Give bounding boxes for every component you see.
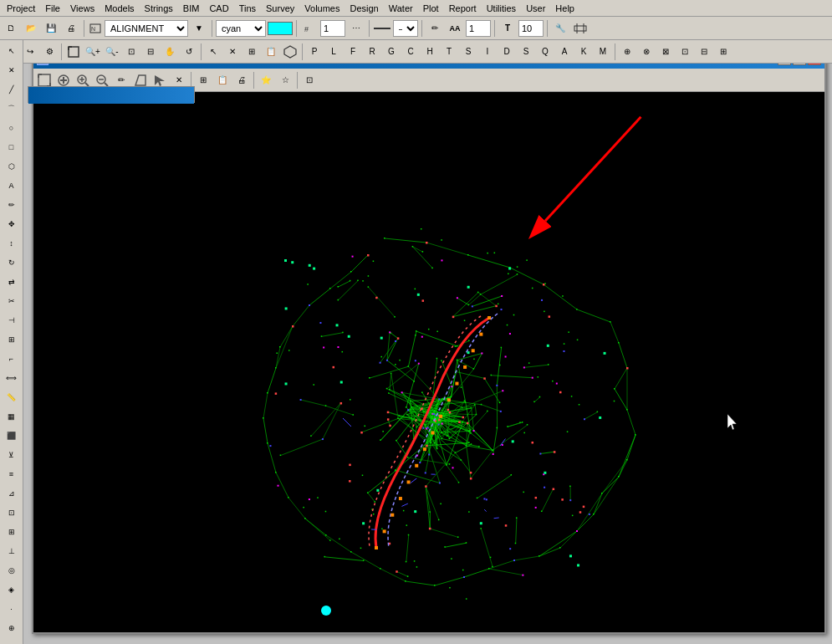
tb-new-btn[interactable]: 🗋 [2,19,20,38]
tb2-paste-btn[interactable]: 📋 [262,43,280,61]
tb-print-btn[interactable]: 🖨 [62,19,80,38]
menu-user[interactable]: User [521,2,550,15]
menu-cad[interactable]: CAD [204,2,233,15]
lt-rotate-btn[interactable]: ↻ [3,253,21,272]
lt-resize-btn[interactable]: ↕ [3,234,21,253]
number-input1[interactable] [320,20,345,37]
menu-bim[interactable]: BIM [178,2,205,15]
menu-help[interactable]: Help [550,2,579,15]
lt-block-btn[interactable]: ⬛ [3,427,21,445]
tb2-snap15-btn[interactable]: K [574,43,593,61]
tb2-3d-btn[interactable] [281,43,299,61]
lt-curve-btn[interactable]: ⌒ [3,100,21,118]
tb-dots-icon[interactable]: ⋯ [347,19,365,38]
lt-text-btn[interactable]: A [3,176,21,195]
color-dropdown[interactable]: cyan [216,20,266,37]
tb-linestyle-btn[interactable] [373,19,391,38]
menu-water[interactable]: Water [384,2,418,15]
lt-line-btn[interactable]: ╱ [3,80,21,99]
lt-circle-btn[interactable]: ○ [3,119,21,137]
tb2-zoom-out-btn[interactable]: 🔍- [103,43,121,61]
menu-plot[interactable]: Plot [418,2,444,15]
tb-tool2-btn[interactable] [571,19,590,38]
tb-open-btn[interactable]: 📂 [22,19,40,38]
tb2-snap7-btn[interactable]: H [421,43,439,61]
tb-save-btn[interactable]: 💾 [42,19,60,38]
menu-report[interactable]: Report [444,2,482,15]
lt-fillet-btn[interactable]: ⌐ [3,350,21,368]
tb2-snap4-btn[interactable]: R [363,43,381,61]
tb2-snap9-btn[interactable]: S [459,43,477,61]
menu-utilities[interactable]: Utilities [482,2,521,15]
lt-arrow-btn[interactable]: ↖ [3,42,21,60]
lt-cross-btn[interactable]: ✕ [3,61,21,79]
it-copy-btn[interactable]: ⊞ [194,71,212,89]
tb2-mode3-btn[interactable]: ⊠ [656,43,675,61]
linestyle-dropdown[interactable]: — [393,20,418,37]
lt-point-btn[interactable]: · [3,600,21,618]
tb2-mode5-btn[interactable]: ⊟ [695,43,713,61]
menu-volumes[interactable]: Volumes [299,2,345,15]
lt-grid-btn[interactable]: ⊞ [3,523,21,541]
lt-measure-btn[interactable]: 📏 [3,388,21,406]
lt-osnap-btn[interactable]: ◎ [3,561,21,580]
text-size-input[interactable] [466,20,491,37]
tb2-snap10-btn[interactable]: I [478,43,497,61]
tb2-settings-btn[interactable]: ⚙ [40,43,59,61]
lt-properties-btn[interactable]: ⊿ [3,484,21,503]
tb2-zoom-win-btn[interactable]: ⊡ [122,43,140,61]
tb2-snap8-btn[interactable]: T [440,43,458,61]
menu-views[interactable]: Views [65,2,100,15]
lt-move-btn[interactable]: ✥ [3,215,21,233]
it-extra-btn[interactable]: ⊡ [300,71,319,89]
tb2-orbit-btn[interactable]: ↺ [180,43,198,61]
tb2-select-btn[interactable]: ↖ [204,43,222,61]
lt-offset-btn[interactable]: ⊞ [3,330,21,349]
tb2-snap2-btn[interactable]: L [324,43,343,61]
tb2-mode4-btn[interactable]: ⊡ [676,43,694,61]
tb2-snap6-btn[interactable]: C [401,43,420,61]
main-canvas[interactable] [33,92,824,632]
lt-extend-btn[interactable]: ⊣ [3,311,21,330]
tb2-delete-btn[interactable]: ✕ [223,43,242,61]
menu-file[interactable]: File [40,2,65,15]
tb2-copy-btn[interactable]: ⊞ [242,43,261,61]
tb2-snap3-btn[interactable]: F [344,43,362,61]
tb2-mode1-btn[interactable]: ⊕ [618,43,636,61]
lt-mirror-btn[interactable]: ⇄ [3,273,21,291]
font-size-input[interactable] [518,20,544,37]
tb-pen-btn[interactable]: ✏ [426,19,444,38]
lt-hatch-btn[interactable]: ▦ [3,407,21,426]
tb2-snap16-btn[interactable]: M [594,43,612,61]
tb2-redo-btn[interactable]: ↪ [21,43,39,61]
tb2-mode2-btn[interactable]: ⊗ [637,43,656,61]
lt-insert-btn[interactable]: ⊻ [3,446,21,464]
tb-tool1-btn[interactable]: 🔧 [551,19,569,38]
it-print-btn[interactable]: 🖨 [232,71,251,89]
lt-layer-btn[interactable]: ≡ [3,465,21,483]
lt-rect-btn[interactable]: □ [3,138,21,156]
menu-models[interactable]: Models [100,2,139,15]
tb2-pan-btn[interactable]: ✋ [161,43,179,61]
lt-dimension-btn[interactable]: ⟺ [3,369,21,387]
lt-poly-btn[interactable]: ⬡ [3,157,21,176]
tb2-zoom-ext-btn[interactable] [64,43,83,61]
it-star-btn[interactable]: ⭐ [257,71,275,89]
tb2-zoom-prev-btn[interactable]: ⊟ [141,43,160,61]
tb-dropdown-arrow[interactable]: ▼ [190,19,208,38]
lt-ortho-btn[interactable]: ⊥ [3,542,21,560]
lt-trim-btn[interactable]: ✂ [3,292,21,310]
tb2-snap12-btn[interactable]: S [517,43,535,61]
alignment-dropdown[interactable]: ALIGNMENT [105,20,188,37]
tb2-snap-btn[interactable]: P [305,43,324,61]
tb2-zoom-in-btn[interactable]: 🔍+ [84,43,102,61]
menu-tins[interactable]: Tins [234,2,261,15]
it-star2-btn[interactable]: ☆ [276,71,294,89]
lt-zoom-btn[interactable]: ⊕ [3,619,21,637]
tb2-snap5-btn[interactable]: G [382,43,401,61]
it-paste-btn[interactable]: 📋 [213,71,232,89]
lt-pencil-btn[interactable]: ✏ [3,196,21,214]
tb2-snap13-btn[interactable]: Q [536,43,554,61]
menu-project[interactable]: Project [2,2,40,15]
tb2-snap14-btn[interactable]: A [555,43,574,61]
